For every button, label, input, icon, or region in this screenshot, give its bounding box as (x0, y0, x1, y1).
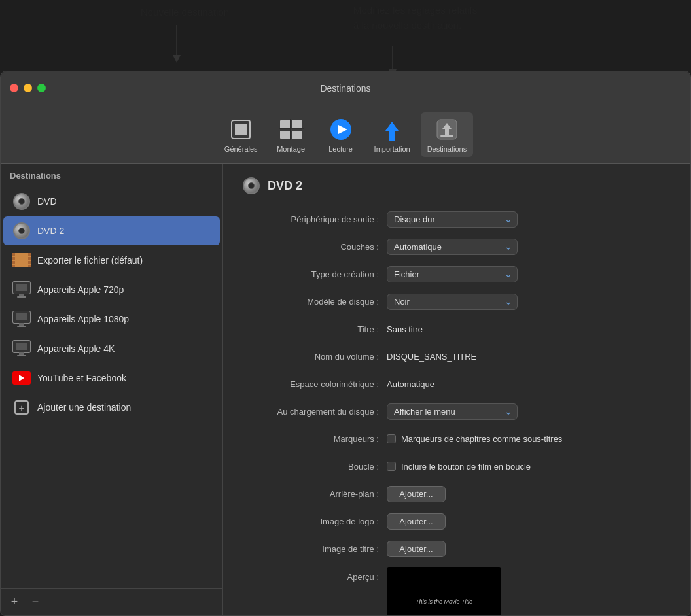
svg-rect-2 (280, 120, 291, 128)
chargement-select[interactable]: Afficher le menu Lire le film (387, 403, 518, 420)
maximize-button[interactable] (37, 84, 46, 92)
svg-rect-3 (292, 120, 302, 128)
preview-title-text: This is the Movie Title (416, 598, 472, 605)
form-row-apercu: Aperçu : This is the Movie Title (243, 567, 671, 615)
form-row-boucle: Boucle : Inclure le bouton de film en bo… (243, 457, 671, 475)
image-titre-label: Image de titre : (243, 544, 387, 554)
boucle-label: Boucle : (243, 462, 387, 471)
sidebar-item-apple4k[interactable]: Appareils Apple 4K (3, 334, 220, 363)
sidebar-item-apple720p[interactable]: Appareils Apple 720p (3, 275, 220, 304)
svg-rect-22 (28, 265, 31, 267)
form-row-image-logo: Image de logo : Ajouter... (243, 512, 671, 530)
svg-rect-17 (12, 261, 15, 264)
svg-rect-19 (28, 253, 31, 256)
minimize-button[interactable] (24, 84, 32, 92)
nom-volume-label: Nom du volume : (243, 352, 387, 362)
form-row-titre: Titre : Sans titre (243, 320, 671, 338)
window-title: Destinations (320, 83, 370, 94)
annotation-modifiez: Modifiez les réglages relatifs à la nouv… (353, 3, 477, 33)
dvd-icon (12, 192, 31, 211)
couches-select[interactable]: Automatique Simple couche Double couche (387, 239, 518, 255)
form-row-modele-disque: Modèle de disque : Noir Blanc Gris ⌄ (243, 292, 671, 311)
boucle-checkbox-label: Inclure le bouton de film en boucle (401, 462, 531, 471)
svg-rect-15 (12, 253, 15, 256)
form-row-espace-colorimetrique: Espace colorimétrique : Automatique (243, 375, 671, 393)
sidebar-item-export-label: Exporter le fichier (défaut) (37, 255, 143, 265)
couches-select-wrapper: Automatique Simple couche Double couche … (387, 239, 518, 255)
sidebar-item-dvd2[interactable]: DVD 2 (3, 216, 220, 245)
svg-rect-32 (17, 326, 26, 327)
add-button[interactable]: + (7, 595, 22, 609)
toolbar-item-montage[interactable]: Montage (268, 112, 314, 157)
detail-title: DVD 2 (268, 179, 302, 193)
sidebar-item-apple720p-label: Appareils Apple 720p (37, 284, 124, 295)
form-row-peripherique: Périphérique de sortie : Disque dur DVD … (243, 210, 671, 228)
svg-rect-16 (12, 257, 15, 260)
arriere-plan-button[interactable]: Ajouter... (387, 486, 446, 502)
montage-icon (278, 116, 304, 143)
toolbar-item-lecture[interactable]: Lecture (318, 112, 364, 157)
image-titre-button[interactable]: Ajouter... (387, 541, 446, 557)
svg-rect-30 (16, 313, 27, 320)
add-destination-icon: + (12, 398, 31, 417)
marqueurs-checkbox[interactable] (387, 434, 396, 443)
boucle-checkbox[interactable] (387, 462, 396, 471)
sidebar: Destinations DVD DVD 2 (1, 164, 223, 615)
toolbar-item-generales[interactable]: Générales (218, 112, 264, 157)
titlebar: Destinations (1, 71, 690, 105)
montage-label: Montage (277, 145, 305, 153)
apple720p-icon (12, 281, 31, 299)
marqueurs-checkbox-label: Marqueurs de chapitres comme sous-titres (401, 434, 562, 444)
type-creation-select-wrapper: Fichier Disque ⌄ (387, 266, 518, 282)
sidebar-item-dvd[interactable]: DVD (3, 187, 220, 216)
form-row-image-titre: Image de titre : Ajouter... (243, 539, 671, 558)
sidebar-item-youtube-label: YouTube et Facebook (37, 373, 126, 383)
destinations-label: Destinations (427, 145, 467, 153)
form-row-type-creation: Type de création : Fichier Disque ⌄ (243, 265, 671, 283)
svg-rect-37 (17, 355, 26, 356)
sidebar-item-add-destination[interactable]: + Ajouter une destination (3, 393, 220, 422)
remove-button[interactable]: − (28, 595, 43, 609)
detail-panel: DVD 2 Périphérique de sortie : Disque du… (223, 164, 690, 615)
importation-icon (379, 116, 405, 143)
modele-disque-select[interactable]: Noir Blanc Gris (387, 294, 518, 310)
sidebar-item-youtube[interactable]: YouTube et Facebook (3, 364, 220, 392)
main-content: Destinations DVD DVD 2 (1, 164, 690, 615)
lecture-label: Lecture (328, 145, 353, 153)
form-row-arriere-plan: Arrière-plan : Ajouter... (243, 485, 671, 503)
youtube-icon (12, 369, 31, 387)
importation-label: Importation (374, 145, 410, 153)
boucle-checkbox-row: Inclure le bouton de film en boucle (387, 462, 531, 471)
image-logo-label: Image de logo : (243, 517, 387, 526)
svg-rect-4 (280, 131, 291, 139)
type-creation-select[interactable]: Fichier Disque (387, 266, 518, 282)
toolbar: Générales Montage (1, 105, 690, 164)
sidebar-item-export[interactable]: Exporter le fichier (défaut) (3, 246, 220, 275)
image-logo-button[interactable]: Ajouter... (387, 513, 446, 530)
titre-field-label: Titre : (243, 324, 387, 334)
svg-rect-14 (12, 253, 31, 267)
sidebar-item-apple1080p[interactable]: Appareils Apple 1080p (3, 305, 220, 334)
sidebar-item-dvd2-label: DVD 2 (37, 226, 64, 236)
svg-rect-5 (292, 131, 302, 139)
preview-box: This is the Movie Title (387, 567, 501, 615)
form-row-marqueurs: Marqueurs : Marqueurs de chapitres comme… (243, 430, 671, 448)
peripherique-select[interactable]: Disque dur DVD (387, 211, 518, 228)
close-button[interactable] (10, 84, 18, 92)
export-film-icon (12, 251, 31, 269)
marqueurs-checkbox-row: Marqueurs de chapitres comme sous-titres (387, 434, 562, 444)
preview-content: This is the Movie Title (387, 567, 501, 615)
sidebar-item-apple4k-label: Appareils Apple 4K (37, 343, 115, 354)
svg-rect-13 (440, 135, 453, 137)
svg-rect-18 (12, 265, 15, 267)
modele-disque-select-wrapper: Noir Blanc Gris ⌄ (387, 294, 518, 310)
generales-icon (228, 116, 254, 143)
toolbar-item-destinations[interactable]: Destinations (421, 112, 474, 157)
toolbar-item-importation[interactable]: Importation (368, 112, 417, 157)
peripherique-label: Périphérique de sortie : (243, 214, 387, 224)
sidebar-header: Destinations (1, 164, 222, 186)
generales-label: Générales (224, 145, 258, 153)
destinations-icon (434, 116, 460, 143)
svg-rect-21 (28, 261, 31, 264)
marqueurs-label: Marqueurs : (243, 434, 387, 444)
